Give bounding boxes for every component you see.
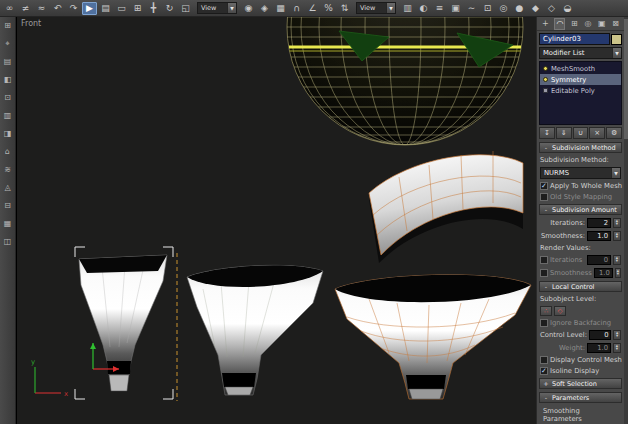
mesh-sheet-selected[interactable] — [369, 151, 523, 263]
modify-tab[interactable]: ◠ — [554, 18, 565, 30]
front-viewport[interactable]: Front — [16, 17, 536, 424]
display-tab[interactable]: ▣ — [597, 19, 607, 29]
snap-toggle-icon[interactable]: ∩ — [289, 2, 304, 15]
select-and-rotate-icon[interactable]: ↻ — [162, 2, 177, 15]
render-smoothness-checkbox[interactable] — [540, 269, 548, 277]
smoothness-field[interactable]: 1.0 — [587, 231, 611, 241]
bind-to-space-warp-icon[interactable]: ≈ — [34, 2, 49, 15]
curve-editor-icon[interactable]: ∼ — [464, 2, 479, 15]
material-editor-icon[interactable]: ◎ — [496, 2, 511, 15]
quick-render-icon[interactable]: ◒ — [560, 2, 575, 15]
visibility-bulb-icon[interactable] — [543, 88, 548, 93]
select-and-manipulate-icon[interactable]: ◈ — [257, 2, 272, 15]
render-iterations-spinner[interactable]: ▴▾ — [613, 255, 621, 265]
modifier-stack-row[interactable]: Symmetry — [540, 74, 621, 85]
left-tool-icon-12[interactable]: ▦ — [4, 220, 12, 228]
render-setup-icon[interactable]: ● — [512, 2, 527, 15]
weight-field[interactable]: 1.0 — [587, 343, 611, 353]
layer-manager-icon[interactable]: ▣ — [448, 2, 463, 15]
rollout-local-control[interactable]: - Local Control — [539, 281, 622, 292]
percent-snap-icon[interactable]: % — [321, 2, 336, 15]
unlink-selection-icon[interactable]: ≠ — [18, 2, 33, 15]
mesh-object-medium[interactable] — [187, 265, 323, 395]
modifier-stack-row[interactable]: MeshSmooth — [540, 63, 621, 74]
show-end-result-button[interactable]: ⇓ — [556, 127, 572, 139]
control-level-spinner[interactable]: ▴▾ — [613, 330, 621, 340]
rectangular-selection-region-icon[interactable]: ▭ — [114, 2, 129, 15]
viewport-label[interactable]: Front — [21, 19, 41, 28]
left-tool-icon-2[interactable]: ⌖ — [5, 40, 10, 48]
named-selection-sets-icon[interactable]: ▥ — [400, 2, 415, 15]
select-and-link-icon[interactable]: ∞ — [2, 2, 17, 15]
rendered-frame-window-icon[interactable]: ◆ — [528, 2, 543, 15]
isoline-display-checkbox[interactable]: ✓ — [540, 367, 548, 375]
rollout-parameters[interactable]: - Parameters — [539, 392, 622, 403]
pin-stack-button[interactable]: ↧ — [539, 127, 555, 139]
select-by-name-icon[interactable]: ▤ — [98, 2, 113, 15]
left-tool-icon-5[interactable]: ⊡ — [4, 94, 11, 102]
left-tool-icon-8[interactable]: ⌂ — [5, 148, 10, 156]
visibility-bulb-icon[interactable] — [543, 77, 548, 82]
iterations-field[interactable]: 2 — [587, 218, 611, 228]
display-control-mesh-checkbox[interactable] — [540, 356, 548, 364]
named-selection-dropdown[interactable]: View ▼ — [356, 2, 396, 14]
rollout-soft-selection[interactable]: + Soft Selection — [539, 378, 622, 389]
left-tool-icon-7[interactable]: ◨ — [4, 130, 12, 138]
align-icon[interactable]: ≡ — [432, 2, 447, 15]
utilities-tab[interactable]: ⊠ — [611, 19, 620, 29]
render-smoothness-spinner[interactable]: ▴▾ — [615, 268, 621, 278]
mesh-object-selected[interactable] — [335, 275, 531, 399]
use-pivot-center-icon[interactable]: ◉ — [241, 2, 256, 15]
edge-subobject-icon[interactable]: ◇ — [554, 306, 566, 316]
left-tool-icon-6[interactable]: ▥ — [4, 112, 12, 120]
select-object-icon[interactable]: ▶ — [82, 2, 97, 15]
render-smoothness-field[interactable]: 1.0 — [594, 268, 613, 278]
make-unique-button[interactable]: ∪ — [573, 127, 589, 139]
mesh-object-low[interactable] — [79, 255, 167, 391]
subdivision-method-dropdown[interactable]: NURMS ▼ — [540, 167, 621, 179]
viewport-canvas[interactable]: x y — [17, 17, 537, 424]
object-name-field[interactable]: Cylinder03 — [539, 33, 610, 45]
left-tool-icon-9[interactable]: ≋ — [4, 166, 11, 174]
angle-snap-icon[interactable]: ∠ — [305, 2, 320, 15]
old-style-mapping-checkbox[interactable] — [540, 193, 548, 201]
smoothness-spinner[interactable]: ▴▾ — [613, 231, 621, 241]
visibility-bulb-icon[interactable] — [543, 66, 548, 71]
vertex-subobject-icon[interactable]: ∴ — [540, 306, 552, 316]
control-level-field[interactable]: 0 — [589, 330, 612, 340]
ignore-backfacing-checkbox[interactable] — [540, 319, 548, 327]
rollout-subdivision-amount[interactable]: - Subdivision Amount — [539, 204, 622, 215]
schematic-view-icon[interactable]: ⊡ — [480, 2, 495, 15]
redo-icon[interactable]: ↷ — [66, 2, 81, 15]
modifier-list-dropdown[interactable]: Modifier List ▼ — [539, 47, 622, 59]
smoothed-sphere-object[interactable] — [287, 17, 523, 145]
left-tool-icon-4[interactable]: ◧ — [4, 76, 12, 84]
weight-spinner[interactable]: ▴▾ — [613, 343, 621, 353]
window-crossing-icon[interactable]: ⊞ — [130, 2, 145, 15]
keyboard-override-icon[interactable]: ▦ — [273, 2, 288, 15]
mirror-icon[interactable]: ◐ — [416, 2, 431, 15]
left-tool-icon-10[interactable]: ◬ — [4, 184, 10, 192]
create-tab[interactable]: + — [541, 19, 550, 29]
select-and-move-icon[interactable]: ╋ — [146, 2, 161, 15]
undo-icon[interactable]: ↶ — [50, 2, 65, 15]
render-iterations-field[interactable]: 0 — [587, 255, 611, 265]
object-color-swatch[interactable] — [611, 34, 622, 45]
select-and-scale-icon[interactable]: ◱ — [178, 2, 193, 15]
render-production-icon[interactable]: ◇ — [544, 2, 559, 15]
left-tool-icon-13[interactable]: ◫ — [4, 238, 12, 246]
hierarchy-tab[interactable]: ⊞ — [570, 19, 579, 29]
render-iterations-checkbox[interactable] — [540, 256, 548, 264]
motion-tab[interactable]: ◎ — [583, 19, 592, 29]
left-tool-icon-3[interactable]: ▤ — [4, 58, 12, 66]
left-tool-icon-1[interactable]: ⊞ — [4, 22, 11, 30]
apply-to-whole-mesh-checkbox[interactable]: ✓ — [540, 182, 548, 190]
left-tool-icon-11[interactable]: ⊟ — [4, 202, 11, 210]
rollout-subdivision-method[interactable]: - Subdivision Method — [539, 142, 622, 153]
reference-coordinate-dropdown[interactable]: View ▼ — [197, 2, 237, 14]
spinner-snap-icon[interactable]: ⇅ — [337, 2, 352, 15]
remove-modifier-button[interactable]: × — [589, 127, 605, 139]
configure-modifier-sets-button[interactable]: ⚙ — [606, 127, 622, 139]
panel-scrollbar[interactable] — [624, 17, 628, 424]
iterations-spinner[interactable]: ▴▾ — [613, 218, 621, 228]
